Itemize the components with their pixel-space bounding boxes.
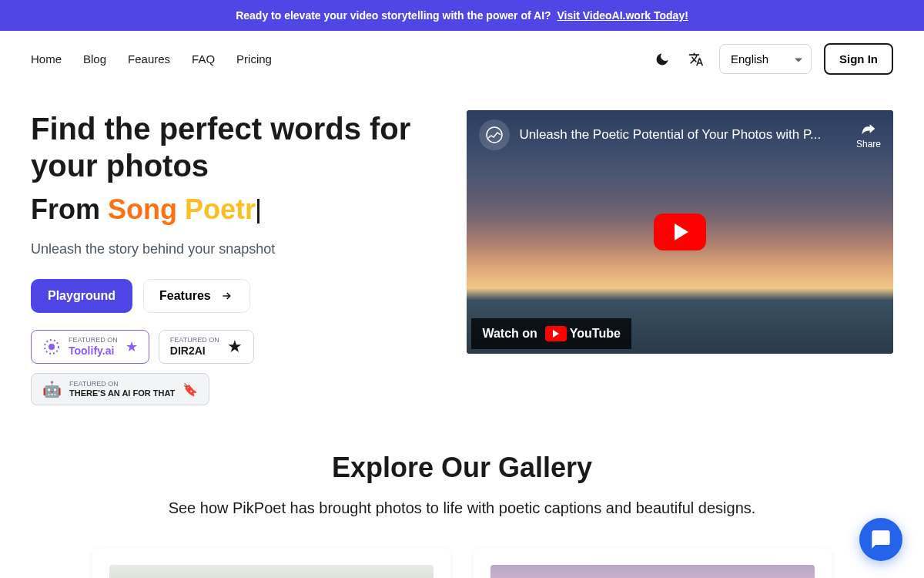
star-icon: ★: [126, 338, 138, 355]
playground-button[interactable]: Playground: [31, 279, 132, 313]
play-button[interactable]: [654, 213, 706, 250]
watch-on-label: Watch on: [482, 327, 537, 341]
channel-avatar[interactable]: [479, 119, 510, 150]
channel-icon: [485, 126, 504, 144]
navbar: Home Blog Feaures FAQ Pricing English Si…: [0, 31, 924, 87]
dark-mode-toggle[interactable]: [651, 49, 673, 70]
video-title[interactable]: Unleash the Poetic Potential of Your Pho…: [519, 127, 847, 143]
badge-brand: DIR2AI: [170, 344, 219, 357]
toolify-logo-icon: [42, 338, 61, 356]
gallery-card[interactable]: [474, 548, 832, 578]
hero-tagline: Unleash the story behind your snapshot: [31, 241, 436, 257]
badge-toolify[interactable]: FEATURED ON Toolify.ai ★: [31, 330, 149, 364]
chat-widget[interactable]: [859, 518, 902, 561]
gallery-card[interactable]: [92, 548, 450, 578]
youtube-logo: YouTube: [545, 326, 621, 341]
nav-pricing[interactable]: Pricing: [236, 52, 272, 66]
star-icon: ★: [227, 337, 243, 357]
hero-subtitle: From Song Poetr: [31, 193, 436, 226]
arrow-right-icon: [219, 290, 234, 302]
hero-buttons: Playground Features: [31, 279, 436, 313]
video-embed[interactable]: Unleash the Poetic Potential of Your Pho…: [467, 110, 893, 354]
youtube-text: YouTube: [570, 327, 621, 341]
badge-small: FEATURED ON: [69, 337, 118, 344]
chat-icon: [870, 529, 892, 550]
subtitle-poetr: Poetr: [185, 193, 256, 225]
announcement-bar: Ready to elevate your video storytelling…: [0, 0, 924, 31]
subtitle-from: From: [31, 193, 108, 225]
features-button[interactable]: Features: [143, 279, 250, 313]
nav-home[interactable]: Home: [31, 52, 62, 66]
share-icon: [859, 121, 878, 136]
video-top-bar: Unleash the Poetic Potential of Your Pho…: [467, 110, 893, 160]
signin-button[interactable]: Sign In: [824, 43, 893, 75]
subtitle-song: Song: [108, 193, 185, 225]
nav-links: Home Blog Feaures FAQ Pricing: [31, 52, 272, 66]
badges-row: FEATURED ON Toolify.ai ★ FEATURED ON DIR…: [31, 330, 436, 405]
gallery-image: [490, 565, 815, 578]
gallery-title: Explore Our Gallery: [31, 452, 893, 484]
nav-right: English Sign In: [651, 43, 893, 75]
nav-faq[interactable]: FAQ: [192, 52, 215, 66]
features-button-label: Features: [159, 289, 211, 303]
bookmark-icon: 🔖: [182, 382, 198, 397]
play-icon: [675, 223, 688, 240]
share-button[interactable]: Share: [856, 121, 881, 150]
badge-brand: Toolify.ai: [69, 344, 118, 357]
hero-section: Find the perfect words for your photos F…: [0, 87, 924, 436]
nav-features[interactable]: Feaures: [128, 52, 170, 66]
robot-icon: 🤖: [42, 380, 62, 398]
language-select[interactable]: English: [719, 44, 812, 74]
nav-blog[interactable]: Blog: [83, 52, 106, 66]
moon-icon: [654, 52, 670, 67]
announcement-link[interactable]: Visit VideoAI.work Today!: [557, 9, 688, 22]
svg-point-0: [49, 344, 54, 349]
gallery-grid: [31, 548, 893, 578]
gallery-image: [109, 565, 434, 578]
badge-dir2ai[interactable]: FEATURED ON DIR2AI ★: [159, 330, 254, 364]
badge-small: FEATURED ON: [170, 337, 219, 344]
badge-small: FEATURED ON: [69, 381, 175, 388]
translate-icon: [688, 52, 704, 67]
gallery-section: Explore Our Gallery See how PikPoet has …: [0, 436, 924, 578]
hero-title: Find the perfect words for your photos: [31, 110, 436, 184]
translate-button[interactable]: [685, 49, 707, 70]
badge-theresanai[interactable]: 🤖 FEATURED ON THERE'S AN AI FOR THAT 🔖: [31, 373, 209, 405]
announcement-text: Ready to elevate your video storytelling…: [236, 9, 551, 22]
typing-cursor: [257, 199, 259, 223]
gallery-subtitle: See how PikPoet has brought photos to li…: [31, 499, 893, 517]
watch-on-youtube[interactable]: Watch on YouTube: [471, 318, 631, 349]
badge-brand: THERE'S AN AI FOR THAT: [69, 388, 175, 398]
share-label: Share: [856, 139, 881, 150]
hero-left: Find the perfect words for your photos F…: [31, 110, 436, 405]
